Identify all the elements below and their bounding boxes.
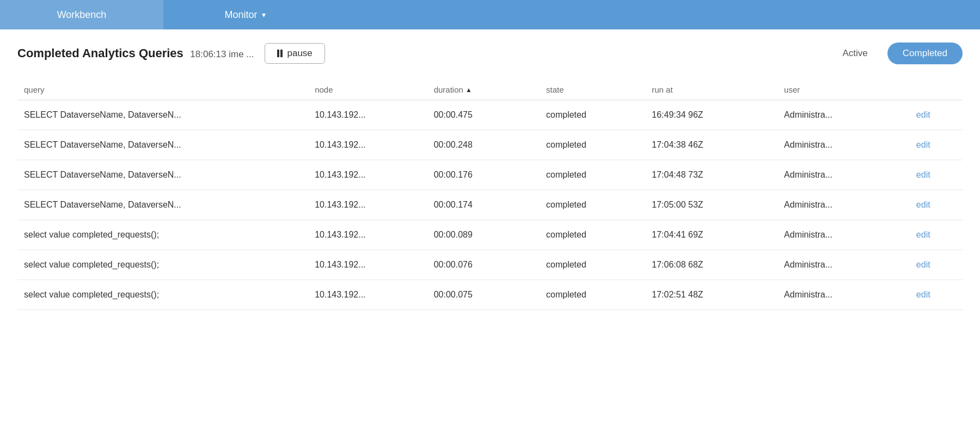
chevron-down-icon: ▾ — [262, 10, 266, 19]
edit-button[interactable]: edit — [916, 140, 930, 149]
cell-query: select value completed_requests(); — [17, 220, 308, 250]
cell-node: 10.143.192... — [308, 160, 427, 190]
edit-button[interactable]: edit — [916, 230, 930, 239]
table-row: SELECT DataverseName, DataverseN...10.14… — [17, 130, 963, 160]
cell-runat: 17:05:00 53Z — [645, 190, 777, 220]
completed-toggle-button[interactable]: Completed — [887, 42, 963, 64]
cell-state: completed — [540, 100, 645, 130]
cell-query: select value completed_requests(); — [17, 250, 308, 280]
edit-button[interactable]: edit — [916, 290, 930, 299]
query-table: query node duration ▲ state run at — [17, 80, 963, 310]
runat-col-label: run at — [652, 85, 672, 94]
cell-node: 10.143.192... — [308, 190, 427, 220]
sort-asc-icon: ▲ — [465, 86, 472, 94]
cell-state: completed — [540, 280, 645, 310]
cell-user: Administra... — [777, 160, 910, 190]
cell-runat: 17:06:08 68Z — [645, 250, 777, 280]
cell-runat: 17:04:48 73Z — [645, 160, 777, 190]
toggle-group: Active Completed — [827, 42, 963, 64]
col-header-runat: run at — [645, 80, 777, 100]
col-header-node: node — [308, 80, 427, 100]
table-row: SELECT DataverseName, DataverseN...10.14… — [17, 190, 963, 220]
cell-state: completed — [540, 250, 645, 280]
pause-label: pause — [287, 48, 312, 59]
state-col-label: state — [546, 85, 564, 94]
cell-user: Administra... — [777, 190, 910, 220]
cell-edit: edit — [910, 130, 963, 160]
header-row-tr: query node duration ▲ state run at — [17, 80, 963, 100]
cell-edit: edit — [910, 160, 963, 190]
cell-duration: 00:00.075 — [427, 280, 540, 310]
query-col-label: query — [24, 85, 45, 94]
edit-button[interactable]: edit — [916, 170, 930, 179]
pause-bar-right — [280, 50, 283, 57]
cell-runat: 17:04:38 46Z — [645, 130, 777, 160]
cell-user: Administra... — [777, 220, 910, 250]
cell-node: 10.143.192... — [308, 220, 427, 250]
col-header-state: state — [540, 80, 645, 100]
cell-node: 10.143.192... — [308, 280, 427, 310]
table-row: SELECT DataverseName, DataverseN...10.14… — [17, 160, 963, 190]
table-row: SELECT DataverseName, DataverseN...10.14… — [17, 100, 963, 130]
cell-query: SELECT DataverseName, DataverseN... — [17, 190, 308, 220]
table-header: query node duration ▲ state run at — [17, 80, 963, 100]
timestamp: 18:06:13 ime ... — [190, 49, 254, 59]
cell-query: SELECT DataverseName, DataverseN... — [17, 100, 308, 130]
cell-edit: edit — [910, 190, 963, 220]
cell-runat: 17:02:51 48Z — [645, 280, 777, 310]
table-row: select value completed_requests();10.143… — [17, 280, 963, 310]
cell-runat: 16:49:34 96Z — [645, 100, 777, 130]
cell-query: SELECT DataverseName, DataverseN... — [17, 160, 308, 190]
col-header-edit — [910, 80, 963, 100]
table-body: SELECT DataverseName, DataverseN...10.14… — [17, 100, 963, 310]
cell-node: 10.143.192... — [308, 100, 427, 130]
cell-duration: 00:00.248 — [427, 130, 540, 160]
workbench-tab[interactable]: Workbench — [0, 0, 163, 29]
pause-button[interactable]: pause — [265, 43, 324, 64]
edit-button[interactable]: edit — [916, 260, 930, 269]
cell-duration: 00:00.475 — [427, 100, 540, 130]
cell-user: Administra... — [777, 250, 910, 280]
cell-user: Administra... — [777, 130, 910, 160]
monitor-label: Monitor — [224, 9, 257, 21]
main-content: Completed Analytics Queries 18:06:13 ime… — [0, 29, 980, 323]
col-header-query: query — [17, 80, 308, 100]
cell-state: completed — [540, 190, 645, 220]
page-title: Completed Analytics Queries — [17, 46, 183, 60]
cell-state: completed — [540, 160, 645, 190]
page-heading: Completed Analytics Queries 18:06:13 ime… — [17, 46, 254, 60]
cell-duration: 00:00.174 — [427, 190, 540, 220]
edit-button[interactable]: edit — [916, 110, 930, 119]
col-header-duration[interactable]: duration ▲ — [427, 80, 540, 100]
monitor-tab[interactable]: Monitor ▾ — [163, 0, 327, 29]
table-row: select value completed_requests();10.143… — [17, 220, 963, 250]
cell-user: Administra... — [777, 280, 910, 310]
active-label: Active — [842, 48, 867, 58]
workbench-label: Workbench — [57, 9, 107, 21]
cell-duration: 00:00.076 — [427, 250, 540, 280]
cell-user: Administra... — [777, 100, 910, 130]
cell-duration: 00:00.089 — [427, 220, 540, 250]
header-row: Completed Analytics Queries 18:06:13 ime… — [17, 42, 963, 64]
cell-edit: edit — [910, 280, 963, 310]
cell-node: 10.143.192... — [308, 250, 427, 280]
duration-col-label: duration — [434, 85, 463, 94]
node-col-label: node — [315, 85, 333, 94]
cell-edit: edit — [910, 250, 963, 280]
table-row: select value completed_requests();10.143… — [17, 250, 963, 280]
duration-sort[interactable]: duration ▲ — [434, 85, 533, 94]
completed-label: Completed — [903, 48, 947, 58]
cell-node: 10.143.192... — [308, 130, 427, 160]
cell-edit: edit — [910, 100, 963, 130]
active-toggle-button[interactable]: Active — [827, 42, 883, 64]
edit-button[interactable]: edit — [916, 200, 930, 209]
cell-query: SELECT DataverseName, DataverseN... — [17, 130, 308, 160]
cell-edit: edit — [910, 220, 963, 250]
cell-duration: 00:00.176 — [427, 160, 540, 190]
cell-state: completed — [540, 130, 645, 160]
pause-icon — [277, 50, 283, 57]
pause-bar-left — [277, 50, 279, 57]
col-header-user: user — [777, 80, 910, 100]
cell-state: completed — [540, 220, 645, 250]
cell-runat: 17:04:41 69Z — [645, 220, 777, 250]
